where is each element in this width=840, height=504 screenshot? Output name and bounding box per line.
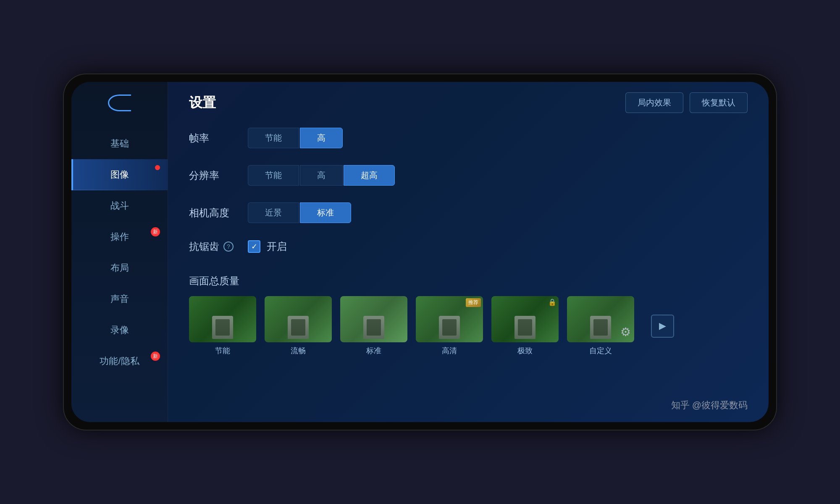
quality-card-smooth[interactable]: 流畅 xyxy=(265,296,332,356)
camera-label: 相机高度 xyxy=(189,206,248,220)
quality-thumb-custom: ⚙ xyxy=(567,296,634,342)
quality-label-hd: 高清 xyxy=(442,346,457,356)
camera-option-standard[interactable]: 标准 xyxy=(300,202,351,223)
page-title: 设置 xyxy=(189,94,216,112)
stone-tower-ultra xyxy=(514,316,536,339)
play-icon: ▶ xyxy=(659,320,666,331)
quality-card-ultra[interactable]: 🔒 极致 xyxy=(491,296,559,356)
header-buttons: 局内效果 恢复默认 xyxy=(625,92,748,113)
lock-badge-ultra: 🔒 xyxy=(548,298,556,306)
stone-tower-smooth xyxy=(288,316,309,339)
resolution-option-high[interactable]: 高 xyxy=(300,165,343,186)
antialias-label: 抗锯齿 xyxy=(189,240,219,253)
quality-thumb-ultra: 🔒 xyxy=(491,296,559,342)
quality-thumb-bg-standard xyxy=(340,296,407,342)
sidebar-item-control[interactable]: 操作 新 xyxy=(71,221,168,252)
playback-button[interactable]: ▶ xyxy=(651,315,674,338)
sidebar-item-sound[interactable]: 声音 xyxy=(71,284,168,315)
quality-thumb-bg-ultra: 🔒 xyxy=(491,296,559,342)
antialias-setting-row: 抗锯齿 ? ✓ 开启 xyxy=(189,240,748,253)
resolution-label: 分辨率 xyxy=(189,169,248,182)
resolution-setting-row: 分辨率 节能 高 超高 xyxy=(189,165,748,186)
sidebar-nav: 基础 图像 战斗 操作 新 布局 声音 xyxy=(71,128,168,377)
stone-tower-hd xyxy=(439,316,460,339)
quality-title: 画面总质量 xyxy=(189,274,748,288)
quality-label-smooth: 流畅 xyxy=(291,346,306,356)
antialias-checkbox-group: ✓ 开启 xyxy=(248,240,287,253)
quality-options-row: 节能 流畅 xyxy=(189,296,748,356)
phone-frame: 基础 图像 战斗 操作 新 布局 声音 xyxy=(63,74,777,430)
resolution-option-ultra[interactable]: 超高 xyxy=(344,165,395,186)
watermark: 知乎 @彼得爱数码 xyxy=(671,399,748,412)
quality-card-hd[interactable]: 推荐 高清 xyxy=(416,296,483,356)
restore-defaults-button[interactable]: 恢复默认 xyxy=(690,92,748,113)
main-content: 设置 局内效果 恢复默认 帧率 节能 高 分辨率 节能 高 xyxy=(168,82,769,422)
camera-option-close[interactable]: 近景 xyxy=(248,202,299,223)
sidebar-item-privacy[interactable]: 功能/隐私 新 xyxy=(71,346,168,377)
quality-thumb-save xyxy=(189,296,256,342)
settings-header: 设置 局内效果 恢复默认 xyxy=(189,92,748,113)
new-badge-privacy: 新 xyxy=(151,352,160,361)
resolution-option-save[interactable]: 节能 xyxy=(248,165,299,186)
recommended-badge: 推荐 xyxy=(466,298,481,307)
in-game-effects-button[interactable]: 局内效果 xyxy=(625,92,683,113)
antialias-label-group: 抗锯齿 ? xyxy=(189,240,248,253)
quality-thumb-bg-save xyxy=(189,296,256,342)
checkbox-check-icon: ✓ xyxy=(251,242,257,251)
quality-card-save[interactable]: 节能 xyxy=(189,296,256,356)
antialias-checkbox[interactable]: ✓ xyxy=(248,240,260,253)
stone-tower-save xyxy=(212,316,233,339)
quality-label-standard: 标准 xyxy=(366,346,381,356)
quality-label-custom: 自定义 xyxy=(589,346,612,356)
quality-thumb-smooth xyxy=(265,296,332,342)
fps-options: 节能 高 xyxy=(248,128,343,148)
gear-overlay-icon: ⚙ xyxy=(620,325,631,339)
sidebar-item-layout[interactable]: 布局 xyxy=(71,252,168,284)
stone-tower-standard xyxy=(363,316,384,339)
quality-label-ultra: 极致 xyxy=(517,346,533,356)
quality-card-standard[interactable]: 标准 xyxy=(340,296,407,356)
antialias-checkbox-label: 开启 xyxy=(267,240,287,253)
quality-section: 画面总质量 节能 xyxy=(189,274,748,356)
quality-thumb-bg-smooth xyxy=(265,296,332,342)
antialias-help-icon[interactable]: ? xyxy=(223,242,234,252)
resolution-options: 节能 高 超高 xyxy=(248,165,395,186)
fps-option-high[interactable]: 高 xyxy=(300,128,343,148)
quality-thumb-bg-hd: 推荐 xyxy=(416,296,483,342)
new-badge-control: 新 xyxy=(151,227,160,236)
phone-screen: 基础 图像 战斗 操作 新 布局 声音 xyxy=(71,82,769,422)
sidebar-item-combat[interactable]: 战斗 xyxy=(71,190,168,221)
fps-label: 帧率 xyxy=(189,131,248,145)
sidebar-item-image[interactable]: 图像 xyxy=(71,159,168,190)
quality-thumb-hd: 推荐 xyxy=(416,296,483,342)
sidebar: 基础 图像 战斗 操作 新 布局 声音 xyxy=(71,82,168,422)
camera-setting-row: 相机高度 近景 标准 xyxy=(189,202,748,223)
quality-label-save: 节能 xyxy=(215,346,230,356)
camera-options: 近景 标准 xyxy=(248,202,351,223)
fps-setting-row: 帧率 节能 高 xyxy=(189,128,748,148)
sidebar-item-basic[interactable]: 基础 xyxy=(71,128,168,159)
sidebar-item-record[interactable]: 录像 xyxy=(71,315,168,346)
active-indicator-dot xyxy=(155,165,160,170)
quality-thumb-standard xyxy=(340,296,407,342)
quality-thumb-bg-custom: ⚙ xyxy=(567,296,634,342)
game-logo-icon xyxy=(108,94,131,111)
stone-tower-custom xyxy=(590,316,611,339)
fps-option-save[interactable]: 节能 xyxy=(248,128,299,148)
sidebar-logo xyxy=(107,90,132,116)
quality-card-custom[interactable]: ⚙ 自定义 xyxy=(567,296,634,356)
